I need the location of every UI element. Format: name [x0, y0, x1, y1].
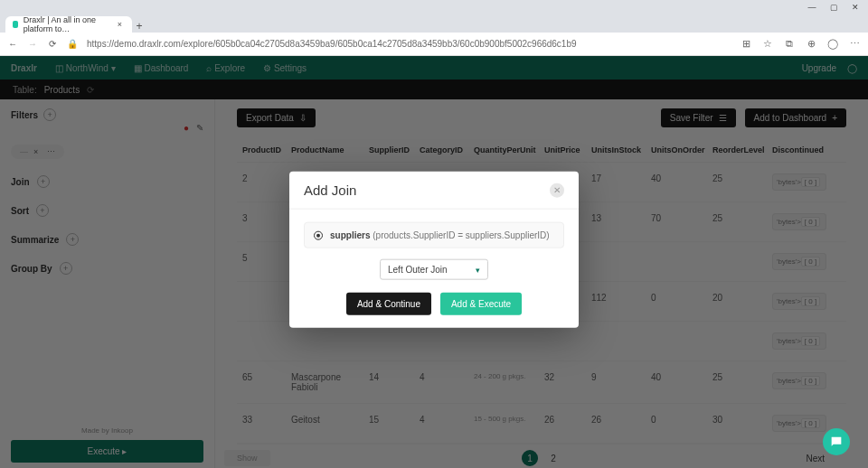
- nav-forward-icon[interactable]: →: [27, 39, 38, 49]
- join-expression: (products.SupplierID = suppliers.Supplie…: [373, 230, 549, 240]
- join-option[interactable]: suppliers (products.SupplierID = supplie…: [304, 222, 564, 248]
- nav-reload-icon[interactable]: ⟳: [47, 39, 58, 49]
- modal-close-button[interactable]: ✕: [550, 183, 564, 197]
- tab-title: Draxlr | An all in one platform to…: [24, 15, 109, 33]
- reader-icon[interactable]: ⊞: [740, 38, 752, 50]
- chat-fab[interactable]: [823, 428, 850, 455]
- tab-close-icon[interactable]: ×: [115, 20, 125, 29]
- add-execute-button[interactable]: Add & Execute: [440, 293, 522, 315]
- radio-selected-icon: [314, 230, 323, 239]
- window-maximize[interactable]: ▢: [828, 3, 839, 12]
- address-bar[interactable]: https://demo.draxlr.com/explore/605b0ca0…: [87, 39, 731, 49]
- lock-icon: 🔒: [67, 39, 78, 49]
- collections-icon[interactable]: ⧉: [783, 38, 796, 50]
- new-tab-button[interactable]: +: [132, 20, 146, 33]
- favicon: [13, 21, 18, 28]
- extensions-icon[interactable]: ⊕: [805, 38, 817, 50]
- modal-title: Add Join: [304, 183, 356, 198]
- profile-icon[interactable]: ◯: [826, 38, 839, 50]
- join-type-select[interactable]: Left Outer Join ▾: [380, 259, 488, 280]
- nav-back-icon[interactable]: ←: [7, 39, 18, 49]
- window-minimize[interactable]: —: [807, 3, 817, 12]
- chevron-down-icon: ▾: [476, 265, 480, 274]
- browser-tab[interactable]: Draxlr | An all in one platform to… ×: [5, 16, 132, 33]
- window-close[interactable]: ✕: [850, 3, 861, 12]
- chat-icon: [829, 435, 844, 449]
- favorite-icon[interactable]: ☆: [761, 38, 774, 50]
- join-type-value: Left Outer Join: [388, 265, 448, 275]
- add-continue-button[interactable]: Add & Continue: [346, 293, 431, 315]
- menu-icon[interactable]: ⋯: [848, 38, 861, 50]
- add-join-modal: Add Join ✕ suppliers (products.SupplierI…: [289, 172, 579, 328]
- join-table-name: suppliers: [330, 230, 370, 240]
